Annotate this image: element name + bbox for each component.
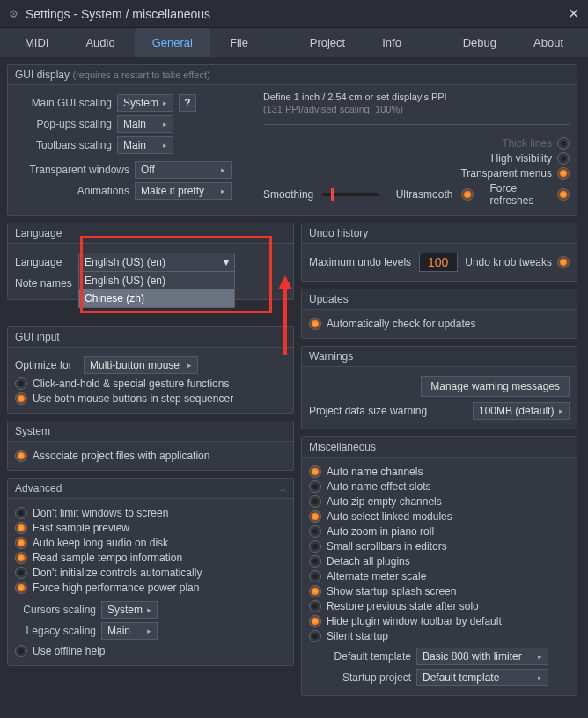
- tab-spacer: [268, 28, 290, 57]
- chevron-right-icon: ▸: [147, 626, 151, 635]
- auto-keep-label: Auto keep long audio on disk: [33, 537, 168, 549]
- default-template-dropdown[interactable]: Basic 808 with limiter▸: [416, 648, 548, 665]
- read-tempo-toggle[interactable]: [15, 552, 27, 564]
- gui-input-header: GUI input: [8, 327, 293, 348]
- auto-keep-toggle[interactable]: [15, 537, 27, 549]
- alt-meter-label: Alternate meter scale: [327, 570, 426, 582]
- smoothing-slider[interactable]: [322, 193, 378, 196]
- auto-zip-label: Auto zip empty channels: [327, 495, 442, 508]
- updates-header: Updates: [302, 289, 577, 310]
- offline-help-toggle[interactable]: [15, 645, 27, 657]
- thick-lines-label: Thick lines: [502, 137, 552, 150]
- fast-preview-toggle[interactable]: [15, 522, 27, 534]
- force-refreshes-toggle[interactable]: [557, 188, 570, 201]
- offline-help-label: Use offline help: [33, 645, 106, 657]
- thick-lines-toggle[interactable]: [557, 137, 570, 150]
- auto-name-fx-toggle[interactable]: [309, 480, 321, 493]
- ultrasmooth-toggle[interactable]: [461, 188, 474, 201]
- legacy-scaling-dropdown[interactable]: Main▸: [101, 622, 158, 640]
- undo-knob-toggle[interactable]: [557, 256, 570, 268]
- language-option-en[interactable]: English (US) (en): [79, 272, 234, 289]
- limit-windows-label: Don't limit windows to screen: [33, 507, 168, 519]
- undo-knob-label: Undo knob tweaks: [465, 256, 552, 268]
- transparent-menus-toggle[interactable]: [557, 167, 570, 180]
- dont-init-label: Don't initialize controls automatically: [33, 567, 202, 579]
- panel-system: System Associate project files with appl…: [7, 421, 294, 471]
- transparent-menus-label: Transparent menus: [460, 167, 552, 180]
- high-visibility-toggle[interactable]: [557, 152, 570, 165]
- panel-gui-input: GUI input Optimize for Multi-button mous…: [7, 326, 294, 414]
- tab-info[interactable]: Info: [364, 28, 419, 57]
- auto-select-label: Auto select linked modules: [327, 510, 452, 523]
- silent-startup-toggle[interactable]: [309, 630, 321, 642]
- title-bar: ⚙ Settings - System / miscellaneous ✕: [0, 0, 588, 28]
- transparent-windows-dropdown[interactable]: Off▸: [135, 161, 232, 179]
- manage-warnings-button[interactable]: Manage warning messages: [421, 376, 570, 397]
- main-scaling-dropdown[interactable]: System▸: [117, 94, 173, 112]
- collapse-icon[interactable]: ︿: [279, 483, 288, 495]
- both-mouse-toggle[interactable]: [15, 392, 27, 405]
- tab-file[interactable]: File: [212, 28, 266, 57]
- auto-name-ch-label: Auto name channels: [327, 465, 423, 478]
- panel-header-gui-display: GUI display (requires a restart to take …: [8, 65, 577, 85]
- panel-misc: Miscellaneous Auto name channels Auto na…: [301, 436, 577, 696]
- popups-scaling-dropdown[interactable]: Main▸: [117, 115, 173, 133]
- chevron-right-icon: ▸: [221, 165, 225, 174]
- auto-zoom-toggle[interactable]: [309, 525, 321, 538]
- panel-gui-display: GUI display (requires a restart to take …: [7, 64, 577, 216]
- splash-toggle[interactable]: [309, 585, 321, 597]
- force-power-toggle[interactable]: [15, 582, 27, 594]
- alt-meter-toggle[interactable]: [309, 570, 321, 582]
- auto-zip-toggle[interactable]: [309, 495, 321, 508]
- chevron-down-icon: ▾: [224, 256, 229, 268]
- hide-toolbar-label: Hide plugin window toolbar by default: [327, 615, 502, 627]
- language-option-zh[interactable]: Chinese (zh): [79, 289, 234, 307]
- associate-toggle[interactable]: [15, 450, 27, 462]
- restore-solo-label: Restore previous state after solo: [327, 600, 479, 612]
- small-scroll-label: Small scrollbars in editors: [327, 540, 447, 553]
- ppi-ruler[interactable]: [263, 118, 570, 125]
- max-undo-input[interactable]: 100: [419, 253, 458, 272]
- click-hold-toggle[interactable]: [15, 377, 27, 390]
- small-scroll-toggle[interactable]: [309, 540, 321, 553]
- tab-about[interactable]: About: [516, 28, 581, 57]
- auto-name-ch-toggle[interactable]: [309, 465, 321, 478]
- ppi-info: Define 1 inch / 2.54 cm or set display's…: [263, 91, 570, 125]
- optimize-for-dropdown[interactable]: Multi-button mouse▸: [84, 356, 198, 374]
- chevron-right-icon: ▸: [163, 99, 167, 107]
- toolbars-scaling-label: Toolbars scaling: [15, 139, 112, 151]
- hide-toolbar-toggle[interactable]: [309, 615, 321, 627]
- tab-audio[interactable]: Audio: [68, 28, 132, 57]
- panel-undo: Undo history Maximum undo levels 100 Und…: [301, 223, 577, 282]
- silent-startup-label: Silent startup: [327, 630, 388, 642]
- cursors-scaling-dropdown[interactable]: System▸: [101, 601, 158, 619]
- tab-project[interactable]: Project: [292, 28, 363, 57]
- undo-header: Undo history: [302, 223, 577, 244]
- tab-general[interactable]: General: [135, 28, 210, 57]
- toolbars-scaling-dropdown[interactable]: Main▸: [117, 136, 173, 154]
- tab-debug[interactable]: Debug: [445, 28, 514, 57]
- warnings-header: Warnings: [302, 347, 577, 367]
- auto-select-toggle[interactable]: [309, 510, 321, 523]
- language-label: Language: [15, 256, 73, 268]
- startup-project-dropdown[interactable]: Default template▸: [416, 669, 548, 686]
- chevron-right-icon: ▸: [538, 652, 542, 661]
- chevron-right-icon: ▸: [559, 407, 563, 415]
- auto-check-toggle[interactable]: [309, 318, 321, 330]
- detach-toggle[interactable]: [309, 555, 321, 568]
- default-template-label: Default template: [309, 650, 411, 663]
- tab-midi[interactable]: MIDI: [7, 28, 66, 57]
- language-dropdown[interactable]: English (US) (en)▾ English (US) (en) Chi…: [78, 253, 235, 272]
- auto-name-fx-label: Auto name effect slots: [327, 480, 431, 493]
- close-icon[interactable]: ✕: [568, 5, 579, 22]
- system-header: System: [8, 421, 293, 442]
- dont-init-toggle[interactable]: [15, 567, 27, 579]
- animations-dropdown[interactable]: Make it pretty▸: [135, 182, 232, 200]
- read-tempo-label: Read sample tempo information: [33, 552, 182, 564]
- help-button[interactable]: ?: [179, 94, 196, 112]
- limit-windows-toggle[interactable]: [15, 507, 27, 519]
- auto-zoom-label: Auto zoom in piano roll: [327, 525, 434, 538]
- restore-solo-toggle[interactable]: [309, 600, 321, 612]
- gui-display-hint: (requires a restart to take effect): [72, 70, 209, 80]
- data-size-warning-dropdown[interactable]: 100MB (default)▸: [473, 402, 570, 420]
